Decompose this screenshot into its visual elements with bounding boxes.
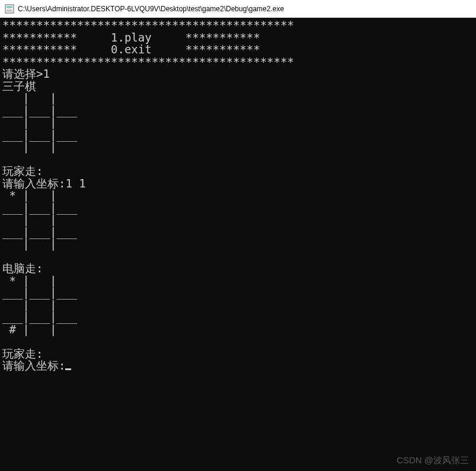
title-bar[interactable]: C:\Users\Administrator.DESKTOP-6LVQU9V\D…: [0, 0, 476, 18]
menu-border-bottom: ****************************************…: [2, 55, 294, 68]
game-title: 三子棋: [2, 79, 36, 93]
input-coord-1: 请输入坐标:1 1: [2, 177, 86, 190]
menu-option-exit: *********** 0.exit ***********: [2, 43, 260, 56]
board1-r1: | |: [2, 91, 77, 104]
menu-border-top: ****************************************…: [2, 18, 294, 31]
svg-rect-1: [7, 6, 12, 8]
window-title: C:\Users\Administrator.DESKTOP-6LVQU9V\D…: [18, 5, 284, 13]
board3-s2: ___|___|___: [2, 310, 77, 323]
prompt-select: 请选择>1: [2, 67, 50, 80]
board1-r3: | |: [2, 140, 77, 153]
text-cursor: [65, 368, 71, 370]
console-window: C:\Users\Administrator.DESKTOP-6LVQU9V\D…: [0, 0, 476, 471]
app-icon: [5, 4, 14, 14]
board1-r2: | |: [2, 116, 77, 129]
board2-r1: * | |: [2, 189, 77, 202]
board3-s1: ___|___|___: [2, 286, 77, 299]
board2-r2: | |: [2, 213, 77, 226]
board2-r3: | |: [2, 237, 77, 250]
board1-s1: ___|___|___: [2, 104, 77, 117]
console-output[interactable]: ****************************************…: [0, 18, 476, 471]
computer-turn: 电脑走:: [2, 262, 43, 275]
board2-s1: ___|___|___: [2, 201, 77, 214]
board2-s2: ___|___|___: [2, 225, 77, 238]
board3-r3: # | |: [2, 323, 77, 336]
board1-s2: ___|___|___: [2, 128, 77, 141]
svg-rect-2: [7, 9, 12, 12]
menu-option-play: *********** 1.play ***********: [2, 31, 260, 44]
player-turn-2: 玩家走:: [2, 347, 43, 360]
input-coord-2: 请输入坐标:: [2, 359, 65, 372]
player-turn-1: 玩家走:: [2, 164, 43, 177]
board3-r2: | |: [2, 298, 77, 311]
board3-r1: * | |: [2, 274, 77, 287]
